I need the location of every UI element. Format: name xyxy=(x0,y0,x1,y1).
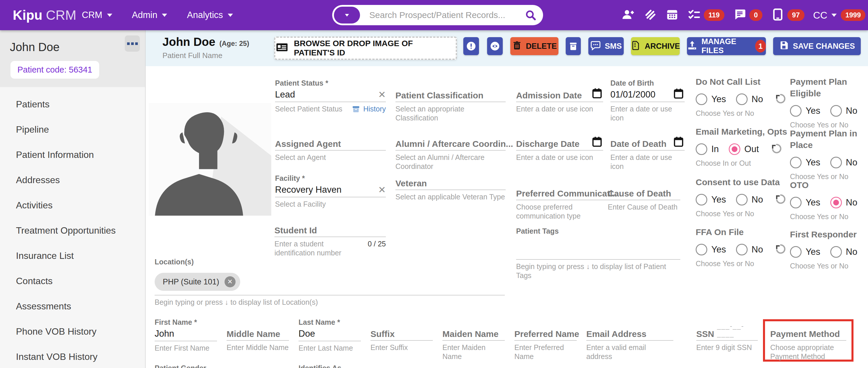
patient-actions-button[interactable] xyxy=(125,35,140,52)
field-maiden-name[interactable]: Maiden Name Enter Maiden Name xyxy=(442,326,505,361)
patient-status-value[interactable]: Lead xyxy=(275,89,295,100)
calendar-picker-icon[interactable] xyxy=(591,135,603,149)
add-contact-icon[interactable] xyxy=(621,8,635,22)
sidebar-item-addresses[interactable]: Addresses xyxy=(0,167,145,193)
radio-yes[interactable] xyxy=(696,93,707,105)
location-chip[interactable]: PHP (Suite 101) xyxy=(155,273,240,291)
undo-icon[interactable] xyxy=(775,193,787,206)
sms-button[interactable]: SMS xyxy=(588,37,624,55)
search-scope-dropdown[interactable] xyxy=(334,7,360,24)
sidebar-item-patients[interactable]: Patients xyxy=(0,92,145,117)
status-history-link[interactable]: History xyxy=(351,104,386,114)
field-locations[interactable]: Location(s) PHP (Suite 101) Begin typing… xyxy=(155,257,505,307)
sidebar-item-contacts[interactable]: Contacts xyxy=(0,269,145,294)
calendar-icon[interactable] xyxy=(665,8,679,22)
sidebar-item-assessments[interactable]: Assessments xyxy=(0,294,145,319)
save-changes-button[interactable]: SAVE CHANGES xyxy=(773,37,861,55)
field-patient-tags[interactable]: Patient Tags Begin typing or press ↓ to … xyxy=(516,226,680,280)
field-veteran[interactable]: Veteran Select an applicable Veteran Typ… xyxy=(395,176,506,202)
menu-admin[interactable]: Admin xyxy=(132,10,167,20)
radio-yes[interactable] xyxy=(696,194,707,206)
global-search[interactable]: Search Prospect/Patient Records... xyxy=(332,5,543,25)
calendar-picker-icon[interactable] xyxy=(673,87,685,102)
sidebar-item-pipeline[interactable]: Pipeline xyxy=(0,117,145,142)
info-button[interactable] xyxy=(463,37,479,55)
field-date-of-death[interactable]: Date of Death Enter a date or use icon xyxy=(610,136,685,171)
remove-chip-icon[interactable] xyxy=(224,276,236,287)
radio-in[interactable] xyxy=(696,143,707,155)
field-email[interactable]: Email Address Enter a valid email addres… xyxy=(586,326,673,361)
dob-value[interactable]: 01/01/2000 xyxy=(610,89,655,100)
patient-photo[interactable] xyxy=(149,103,271,216)
sidebar-item-patient-information[interactable]: Patient Information xyxy=(0,142,145,167)
sidebar-item-phone-vob-history[interactable]: Phone VOB History xyxy=(0,319,145,344)
menu-crm[interactable]: CRM xyxy=(82,10,112,20)
field-patient-classification[interactable]: Patient Classification Select an appropr… xyxy=(395,88,506,122)
delete-button[interactable]: DELETE xyxy=(510,37,558,55)
messages-icon[interactable] xyxy=(733,8,746,22)
radio-yes[interactable] xyxy=(790,246,802,258)
cc-badge[interactable]: 1999 xyxy=(841,9,865,21)
radio-no[interactable] xyxy=(830,197,842,208)
manage-files-badge: 1 xyxy=(755,40,766,53)
radio-no[interactable] xyxy=(830,157,842,168)
id-image-dropzone[interactable]: BROWSE OR DROP IMAGE OF PATIENT'S ID xyxy=(274,37,457,60)
undo-icon[interactable] xyxy=(775,93,787,106)
radio-no[interactable] xyxy=(736,244,748,255)
clear-icon[interactable] xyxy=(378,89,386,100)
field-cause-of-death[interactable]: Cause of Death Enter Cause of Death xyxy=(608,186,680,212)
id-card-icon xyxy=(275,41,289,56)
undo-icon[interactable] xyxy=(775,243,787,256)
cc-menu[interactable]: CC 1999 xyxy=(813,9,866,21)
clear-icon[interactable] xyxy=(378,184,386,195)
radio-no[interactable] xyxy=(830,246,842,258)
app-logo[interactable]: Kipu CRM xyxy=(13,0,76,30)
last-name-value[interactable]: Doe xyxy=(299,329,315,339)
search-icon[interactable] xyxy=(525,9,537,22)
field-alumni-coordinator[interactable]: Alumni / Aftercare Coordin... Select an … xyxy=(395,136,506,171)
sidebar-item-treatment-opportunities[interactable]: Treatment Opportunities xyxy=(0,218,145,243)
phone-badge[interactable]: 97 xyxy=(787,9,804,21)
messages-badge[interactable]: 0 xyxy=(749,9,763,21)
archive-button[interactable]: ARCHIVE xyxy=(631,37,680,55)
sidebar-item-insurance-list[interactable]: Insurance List xyxy=(0,243,145,269)
field-suffix[interactable]: Suffix Enter Suffix xyxy=(370,326,433,352)
menu-analytics[interactable]: Analytics xyxy=(187,10,232,20)
kipu-emr-icon[interactable] xyxy=(644,8,657,22)
radio-yes[interactable] xyxy=(696,244,707,255)
tasks-badge[interactable]: 119 xyxy=(704,9,724,21)
patient-name-caption: Patient Full Name xyxy=(162,51,222,60)
radio-no[interactable] xyxy=(736,93,748,105)
radio-no[interactable] xyxy=(830,105,842,117)
field-discharge-date[interactable]: Discharge Date Enter a date or use icon xyxy=(516,136,603,162)
radio-yes[interactable] xyxy=(790,157,802,168)
file-icon xyxy=(631,40,641,52)
top-navbar: Kipu CRM CRM Admin Analytics Search Pros… xyxy=(0,0,868,30)
sidebar-item-instant-vob-history[interactable]: Instant VOB History xyxy=(0,344,145,368)
sidebar-item-activities[interactable]: Activities xyxy=(0,193,145,218)
field-middle-name[interactable]: Middle Name Enter Middle Name xyxy=(226,326,289,352)
chevron-down-icon xyxy=(832,13,837,17)
field-assigned-agent[interactable]: Assigned Agent Select an Agent xyxy=(275,136,386,162)
calendar-picker-icon[interactable] xyxy=(591,87,603,100)
radio-yes[interactable] xyxy=(790,105,802,117)
calendar-picker-icon[interactable] xyxy=(673,135,685,149)
search-input[interactable]: Search Prospect/Patient Records... xyxy=(369,10,505,20)
radio-yes[interactable] xyxy=(790,197,802,208)
undo-icon[interactable] xyxy=(771,143,783,156)
patient-name-title: John Doe xyxy=(162,35,215,49)
field-payment-method[interactable]: Payment Method Choose appropriate Paymen… xyxy=(770,326,846,361)
phone-device-icon[interactable] xyxy=(771,8,784,22)
radio-out[interactable] xyxy=(729,143,740,155)
radio-no[interactable] xyxy=(736,194,748,206)
field-ssn[interactable]: SSN ___-__-____ Enter 9 digit SSN xyxy=(696,326,758,352)
field-student-id[interactable]: Student Id Enter a student identificatio… xyxy=(274,223,386,257)
facility-value[interactable]: Recovery Haven xyxy=(275,185,341,195)
tasks-icon[interactable] xyxy=(687,8,701,22)
view-button[interactable] xyxy=(487,37,503,55)
field-admission-date[interactable]: Admission Date Enter a date or use icon xyxy=(516,88,603,114)
manage-files-button[interactable]: MANAGE FILES 1 xyxy=(687,37,766,55)
field-preferred-name[interactable]: Preferred Name Enter Preferred Name xyxy=(514,326,577,361)
first-name-value[interactable]: John xyxy=(155,329,174,339)
archive-box-button[interactable] xyxy=(566,37,581,55)
